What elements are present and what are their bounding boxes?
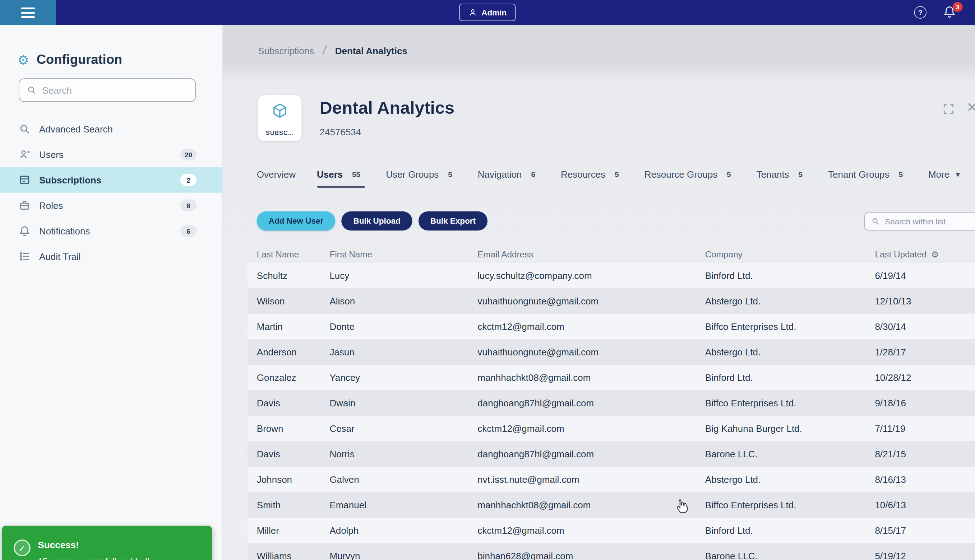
hamburger-icon — [21, 7, 35, 18]
hamburger-menu-button[interactable] — [0, 0, 56, 25]
cell-last-updated: 1/28/17 — [875, 347, 975, 357]
column-company[interactable]: Company — [705, 249, 875, 259]
cell-last-name: Gonzalez — [248, 372, 329, 383]
bulk-export-button[interactable]: Bulk Export — [418, 212, 487, 231]
entity-id: 24576534 — [320, 127, 361, 137]
sidebar-item-advanced-search[interactable]: Advanced Search — [0, 116, 223, 142]
cell-last-updated: 12/10/13 — [875, 296, 975, 306]
cell-company: Binford Ltd. — [705, 372, 875, 383]
bulk-upload-button[interactable]: Bulk Upload — [342, 212, 412, 231]
column-email[interactable]: Email Address — [477, 249, 705, 259]
cell-email: ckctm12@gmail.com — [477, 525, 705, 536]
sidebar-item-subscriptions[interactable]: Subscriptions 2 — [0, 167, 223, 193]
tab-resource-groups[interactable]: Resource Groups5 — [644, 169, 735, 188]
tab-label: User Groups — [386, 169, 439, 180]
tab-badge: 5 — [444, 170, 457, 180]
sidebar-item-audit-trail[interactable]: Audit Trail — [0, 244, 223, 269]
users-icon — [19, 148, 30, 160]
roles-icon — [19, 200, 30, 212]
cell-company: Biffco Enterprises Ltd. — [705, 321, 875, 332]
table-row[interactable]: JohnsonGalvennvt.isst.nute@gmail.comAbst… — [248, 467, 975, 492]
sidebar-item-label: Notifications — [39, 225, 172, 236]
tab-user-groups[interactable]: User Groups5 — [386, 169, 457, 188]
tab-users[interactable]: Users55 — [317, 169, 365, 188]
breadcrumb-parent[interactable]: Subscriptions — [258, 45, 314, 56]
sidebar-item-roles[interactable]: Roles 8 — [0, 193, 223, 218]
tab-badge: 5 — [894, 170, 907, 180]
cell-first-name: Galven — [329, 474, 477, 485]
cell-last-updated: 7/11/19 — [875, 423, 975, 433]
cell-first-name: Adolph — [329, 525, 477, 536]
breadcrumb-separator: / — [321, 43, 327, 58]
table-row[interactable]: MartinDonteckctm12@gmail.comBiffco Enter… — [248, 314, 975, 339]
cell-last-name: Wilson — [248, 296, 329, 306]
list-search-input[interactable] — [885, 217, 975, 226]
cell-email: ckctm12@gmail.com — [477, 321, 705, 332]
tab-label: Users — [317, 169, 343, 180]
table-row[interactable]: WilliamsMurvynbinhan628@gmail.comBarone … — [248, 543, 975, 560]
admin-menu-button[interactable]: Admin — [459, 3, 516, 21]
cell-first-name: Murvyn — [329, 551, 477, 560]
cell-first-name: Dwain — [329, 398, 477, 408]
search-icon — [19, 123, 30, 135]
sidebar-item-label: Roles — [39, 200, 172, 211]
tab-badge: 5 — [610, 170, 623, 180]
page-title: Dental Analytics — [320, 98, 455, 118]
cell-first-name: Alison — [329, 296, 477, 306]
sidebar-search-input[interactable] — [42, 85, 188, 95]
cell-last-name: Miller — [248, 525, 329, 536]
cube-icon — [271, 102, 288, 119]
tab-tenant-groups[interactable]: Tenant Groups5 — [828, 169, 907, 188]
table-row[interactable]: AndersonJasunvuhaithuongnute@gmail.comAb… — [248, 339, 975, 365]
table-row[interactable]: MillerAdolphckctm12@gmail.comBinford Ltd… — [248, 518, 975, 543]
help-button[interactable]: ? — [914, 6, 927, 19]
tab-label: Tenant Groups — [828, 169, 889, 180]
cell-first-name: Emanuel — [329, 500, 477, 510]
tab-more[interactable]: More▼ — [928, 169, 962, 188]
column-first-name[interactable]: First Name — [329, 249, 477, 259]
sidebar-search[interactable] — [19, 78, 196, 102]
cell-first-name: Yancey — [329, 372, 477, 383]
admin-label: Admin — [482, 8, 507, 17]
column-last-name[interactable]: Last Name — [248, 249, 329, 259]
tab-label: Navigation — [478, 169, 522, 180]
sidebar-item-users[interactable]: Users 20 — [0, 142, 223, 167]
sidebar-item-label: Audit Trail — [39, 251, 204, 261]
cell-company: Binford Ltd. — [705, 525, 875, 536]
app-window: Admin ? 3 ⚙ Configuration — [0, 0, 975, 560]
expand-button[interactable] — [942, 103, 955, 116]
cell-last-updated: 8/30/14 — [875, 321, 975, 332]
tab-label: More — [928, 169, 950, 180]
sidebar-item-notifications[interactable]: Notifications 6 — [0, 218, 223, 244]
sidebar-menu: Advanced Search Users 20 Subscriptions 2 — [0, 116, 223, 269]
table-row[interactable]: WilsonAlisonvuhaithuongnute@gmail.comAbs… — [248, 288, 975, 314]
tab-navigation[interactable]: Navigation6 — [478, 169, 540, 188]
cell-company: Binford Ltd. — [705, 270, 875, 281]
column-settings-gear-icon[interactable]: ⚙ — [931, 250, 939, 258]
sidebar-item-label: Advanced Search — [39, 124, 204, 134]
close-button[interactable]: ✕ — [967, 100, 975, 114]
notification-count-badge: 3 — [953, 2, 963, 12]
column-last-updated[interactable]: Last Updated ⚙ — [875, 249, 975, 259]
list-search[interactable] — [865, 212, 975, 230]
tab-tenants[interactable]: Tenants5 — [757, 169, 807, 188]
cell-email: ckctm12@gmail.com — [477, 423, 705, 433]
cell-last-updated: 6/19/14 — [875, 270, 975, 281]
cell-email: danghoang87hl@gmail.com — [477, 398, 705, 408]
table-row[interactable]: DavisDwaindanghoang87hl@gmail.comBiffco … — [248, 390, 975, 416]
cell-last-name: Anderson — [248, 347, 329, 357]
column-label: Last Updated — [875, 249, 927, 259]
top-bar: Admin ? 3 — [0, 0, 975, 25]
question-icon: ? — [918, 8, 923, 17]
table-row[interactable]: SmithEmanuelmanhhachkt08@gmail.comBiffco… — [248, 492, 975, 518]
tab-overview[interactable]: Overview — [257, 169, 296, 188]
notifications-button[interactable]: 3 — [943, 5, 959, 21]
table-row[interactable]: GonzalezYanceymanhhachkt08@gmail.comBinf… — [248, 365, 975, 390]
table-row[interactable]: DavisNorrisdanghoang87hl@gmail.comBarone… — [248, 441, 975, 467]
tab-resources[interactable]: Resources5 — [561, 169, 623, 188]
table-row[interactable]: SchultzLucylucy.schultz@company.comBinfo… — [248, 263, 975, 288]
user-icon — [468, 8, 477, 17]
table-row[interactable]: BrownCesarckctm12@gmail.comBig Kahuna Bu… — [248, 416, 975, 441]
tab-badge: 5 — [794, 170, 807, 180]
add-new-user-button[interactable]: Add New User — [257, 212, 335, 231]
